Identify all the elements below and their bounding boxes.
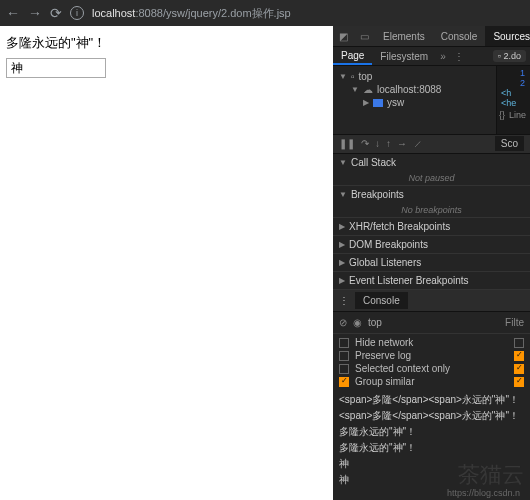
inspect-icon[interactable]: ◩ [333,31,354,42]
log-line: 多隆永远的"神"！ [339,424,524,440]
sources-subtabs: Page Filesystem » ⋮ ▫ 2.do [333,47,530,66]
not-paused-label: Not paused [333,171,530,185]
subtab-filesystem[interactable]: Filesystem [372,47,436,65]
filter-input[interactable]: Filte [505,317,524,328]
source-pane: ▼▫ top ▼☁ localhost:8088 ▶ ysw 1 2 <h <h… [333,66,530,134]
clear-icon[interactable]: ⊘ [339,317,347,328]
tab-sources[interactable]: Sources [485,26,530,46]
tree-folder[interactable]: ▶ ysw [339,96,490,109]
text-input[interactable] [6,58,106,78]
devtools-tabs: ◩ ▭ Elements Console Sources [333,26,530,47]
console-drawer: ⋮ Console ⊘ ◉ top Filte Hide network Pre… [333,290,530,500]
checkbox-preserve[interactable] [339,351,349,361]
info-icon[interactable]: i [70,6,84,20]
acc-dom[interactable]: ▶DOM Breakpoints [333,236,530,254]
forward-icon[interactable]: → [28,5,42,21]
log-line: <span>多隆</span><span>永远的"神"！ [339,408,524,424]
code-frag: <he [499,98,528,108]
page-heading: 多隆永远的"神"！ [6,34,327,52]
line-2: 2 [499,78,528,88]
checkbox-right-2[interactable] [514,351,524,361]
tab-console[interactable]: Console [433,26,486,46]
tab-elements[interactable]: Elements [375,26,433,46]
reload-icon[interactable]: ⟳ [50,5,62,21]
kebab-icon[interactable]: ⋮ [450,51,468,62]
acc-event[interactable]: ▶Event Listener Breakpoints [333,272,530,290]
checkbox-selected[interactable] [339,364,349,374]
log-line: 神 [339,472,524,488]
scope-label: Sco [495,136,524,151]
log-source-url: https://blog.csdn.n [339,488,524,498]
step-over-icon[interactable]: ↷ [361,138,369,149]
pause-icon[interactable]: ❚❚ [339,138,355,149]
line-1: 1 [499,68,528,78]
back-icon[interactable]: ← [6,5,20,21]
file-tree: ▼▫ top ▼☁ localhost:8088 ▶ ysw [333,66,496,133]
more-icon[interactable]: » [436,51,450,62]
console-options: Hide network Preserve log Selected conte… [333,334,530,390]
no-bp-label: No breakpoints [333,203,530,217]
acc-breakpoints[interactable]: ▼Breakpoints No breakpoints [333,186,530,218]
kebab-icon[interactable]: ⋮ [339,295,349,306]
eye-icon[interactable]: ◉ [353,317,362,328]
device-icon[interactable]: ▭ [354,31,375,42]
tree-host[interactable]: ▼☁ localhost:8088 [339,83,490,96]
console-log: <span>多隆</span><span>永远的"神"！ <span>多隆</s… [333,390,530,500]
checkbox-right-3[interactable] [514,364,524,374]
console-tab[interactable]: Console [355,292,408,309]
tree-top[interactable]: ▼▫ top [339,70,490,83]
page-content: 多隆永远的"神"！ [0,26,333,500]
debugger-toolbar: ❚❚ ↷ ↓ ↑ → ⟋ Sco [333,135,530,154]
code-gutter: 1 2 <h <he {}Line [496,66,530,133]
checkbox-right-4[interactable] [514,377,524,387]
checkbox-right-1[interactable] [514,338,524,348]
code-frag: <h [499,88,528,98]
checkbox-hide[interactable] [339,338,349,348]
file-chip[interactable]: ▫ 2.do [493,50,526,62]
browser-toolbar: ← → ⟳ i localhost:8088/ysw/jquery/2.dom操… [0,0,530,26]
opt-label: Preserve log [355,350,411,361]
acc-call-stack[interactable]: ▼Call Stack Not paused [333,154,530,186]
step-into-icon[interactable]: ↓ [375,138,380,149]
checkbox-group[interactable] [339,377,349,387]
opt-label: Selected context only [355,363,450,374]
opt-label: Group similar [355,376,414,387]
subtab-page[interactable]: Page [333,47,372,65]
opt-label: Hide network [355,337,413,348]
step-icon[interactable]: → [397,138,407,149]
acc-xhr[interactable]: ▶XHR/fetch Breakpoints [333,218,530,236]
log-line: 多隆永远的"神"！ [339,440,524,456]
devtools-panel: ◩ ▭ Elements Console Sources Page Filesy… [333,26,530,500]
log-line: 神 [339,456,524,472]
step-out-icon[interactable]: ↑ [386,138,391,149]
acc-global[interactable]: ▶Global Listeners [333,254,530,272]
deactivate-icon[interactable]: ⟋ [413,138,423,149]
context-select[interactable]: top [368,317,382,328]
address-bar[interactable]: localhost:8088/ysw/jquery/2.dom操作.jsp [92,6,291,21]
log-line: <span>多隆</span><span>永远的"神"！ [339,392,524,408]
